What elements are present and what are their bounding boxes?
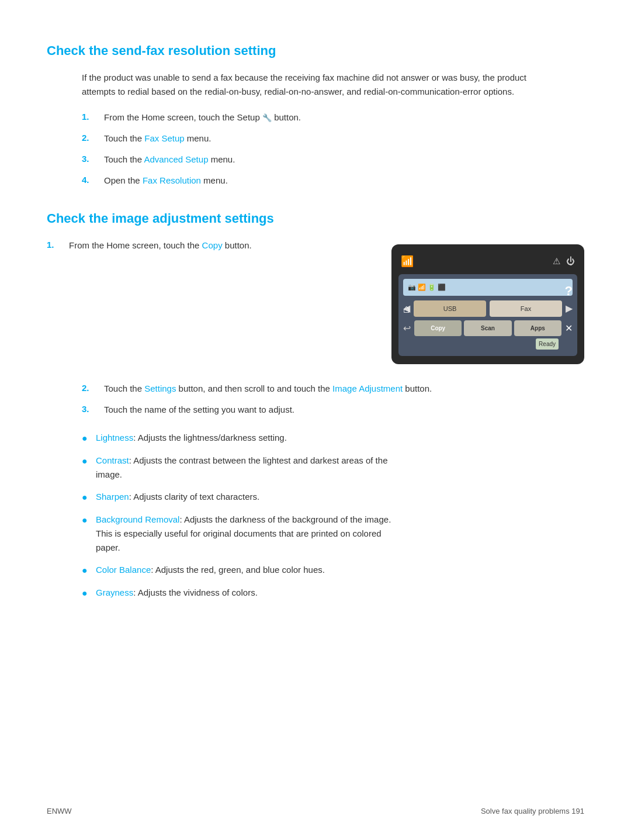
fax-button[interactable]: Fax: [490, 300, 562, 317]
screen-status-icons: ⚠ ⏻: [553, 255, 575, 268]
home-icon[interactable]: ⌂: [403, 300, 410, 317]
scan-button[interactable]: Scan: [464, 320, 511, 336]
contrast-link[interactable]: Contrast: [96, 455, 129, 465]
step3-text: Touch the name of the setting you want t…: [104, 403, 294, 417]
section2-lower-steps: 2. Touch the Settings button, and then s…: [82, 382, 584, 417]
footer-enww: ENWW: [47, 806, 72, 817]
section2-step1: 1. From the Home screen, touch the Copy …: [47, 238, 368, 253]
display-icon3: 🔋: [428, 282, 436, 292]
apps-button[interactable]: Apps: [514, 320, 561, 336]
ready-row: Ready: [403, 338, 573, 350]
color-balance-text: Color Balance: Adjusts the red, green, a…: [96, 563, 325, 577]
help-button[interactable]: ?: [565, 281, 573, 300]
bullet-lightness: ● Lightness: Adjusts the lightness/darkn…: [82, 431, 584, 445]
fax-setup-link[interactable]: Fax Setup: [144, 133, 184, 143]
bullet-list: ● Lightness: Adjusts the lightness/darkn…: [82, 431, 584, 600]
step2-num: 2.: [82, 132, 104, 145]
usb-button[interactable]: USB: [414, 300, 486, 317]
section2-step1-num: 1.: [47, 238, 69, 252]
section2-step3: 3. Touch the name of the setting you wan…: [82, 403, 584, 417]
power-icon: ⏻: [566, 255, 575, 268]
step1-with-image: 1. From the Home screen, touch the Copy …: [47, 238, 584, 364]
lightness-text: Lightness: Adjusts the lightness/darknes…: [96, 431, 287, 445]
bullet-dot-2: ●: [82, 454, 96, 468]
fax-resolution-link[interactable]: Fax Resolution: [143, 175, 201, 185]
step-2: 2. Touch the Fax Setup menu.: [82, 132, 584, 146]
background-removal-text: Background Removal: Adjusts the darkness…: [96, 513, 400, 555]
grayness-text: Grayness: Adjusts the vividness of color…: [96, 586, 258, 600]
background-removal-link[interactable]: Background Removal: [96, 514, 179, 524]
wifi-icon: 📶: [401, 254, 414, 269]
bullet-background-removal: ● Background Removal: Adjusts the darkne…: [82, 513, 584, 555]
warning-icon: ⚠: [553, 255, 560, 268]
step3-num: 3.: [82, 153, 104, 166]
printer-screen: 📶 ⚠ ⏻ 📷 📶 🔋 ⬛ ◀: [391, 244, 584, 364]
setup-icon: 🔧: [262, 113, 272, 122]
step3-text: Touch the Advanced Setup menu.: [104, 153, 235, 167]
section2-step2: 2. Touch the Settings button, and then s…: [82, 382, 584, 396]
step2-text: Touch the Fax Setup menu.: [104, 132, 211, 146]
image-adjustment-link[interactable]: Image Adjustment: [332, 383, 403, 393]
screen-body: 📷 📶 🔋 ⬛ ◀ USB Fax ▶: [398, 274, 577, 356]
step-1: 1. From the Home screen, touch the Setup…: [82, 110, 584, 125]
screen-bottom-row: ↩ Copy Scan Apps ✕: [403, 320, 573, 336]
display-icons: 📷 📶 🔋 ⬛: [408, 282, 446, 292]
sharpen-text: Sharpen: Adjusts clarity of text charact…: [96, 490, 259, 504]
bullet-dot-1: ●: [82, 431, 96, 445]
sharpen-link[interactable]: Sharpen: [96, 492, 129, 502]
x-button[interactable]: ✕: [565, 322, 573, 336]
contrast-text: Contrast: Adjusts the contrast between t…: [96, 454, 400, 482]
step2-text: Touch the Settings button, and then scro…: [104, 382, 432, 396]
step-3: 3. Touch the Advanced Setup menu.: [82, 153, 584, 167]
copy-button[interactable]: Copy: [414, 320, 462, 336]
bullet-contrast: ● Contrast: Adjusts the contrast between…: [82, 454, 584, 482]
step4-text: Open the Fax Resolution menu.: [104, 174, 228, 188]
step3-num-label: 3.: [82, 403, 104, 416]
bullet-grayness: ● Grayness: Adjusts the vividness of col…: [82, 586, 584, 600]
display-icon1: 📷: [408, 282, 416, 292]
screen-nav-row: ◀ USB Fax ▶: [403, 300, 573, 317]
footer-page-info: Solve fax quality problems 191: [481, 806, 584, 817]
display-icon2: 📶: [418, 282, 426, 292]
section1: Check the send-fax resolution setting If…: [47, 41, 584, 188]
grayness-link[interactable]: Grayness: [96, 587, 133, 597]
settings-link[interactable]: Settings: [144, 383, 176, 393]
step1-text: From the Home screen, touch the Setup 🔧 …: [104, 110, 301, 125]
section1-steps: 1. From the Home screen, touch the Setup…: [82, 110, 584, 188]
right-arrow-icon[interactable]: ▶: [566, 302, 573, 316]
color-balance-link[interactable]: Color Balance: [96, 565, 151, 575]
step-4: 4. Open the Fax Resolution menu.: [82, 174, 584, 188]
bullet-color-balance: ● Color Balance: Adjusts the red, green,…: [82, 563, 584, 578]
section1-title: Check the send-fax resolution setting: [47, 41, 584, 60]
bullet-dot-6: ●: [82, 586, 96, 600]
lightness-link[interactable]: Lightness: [96, 433, 133, 443]
ready-label: Ready: [536, 338, 559, 350]
section2-title: Check the image adjustment settings: [47, 209, 584, 228]
section1-intro: If the product was unable to send a fax …: [82, 71, 538, 99]
advanced-setup-link[interactable]: Advanced Setup: [144, 154, 208, 164]
screen-top-bar: 📶 ⚠ ⏻: [398, 253, 577, 274]
back-icon[interactable]: ↩: [403, 322, 411, 336]
step1-num: 1.: [82, 110, 104, 124]
step1-content: 1. From the Home screen, touch the Copy …: [47, 238, 368, 260]
page-footer: ENWW Solve fax quality problems 191: [47, 806, 584, 817]
section2: Check the image adjustment settings 1. F…: [47, 209, 584, 600]
bullet-sharpen: ● Sharpen: Adjusts clarity of text chara…: [82, 490, 584, 504]
copy-link[interactable]: Copy: [202, 240, 223, 250]
display-icon4: ⬛: [438, 282, 446, 292]
section2-step1-text: From the Home screen, touch the Copy but…: [69, 238, 252, 253]
bullet-dot-4: ●: [82, 513, 96, 527]
section2-step2-wrapper: 2. Touch the Settings button, and then s…: [47, 382, 584, 600]
screen-display-bar: 📷 📶 🔋 ⬛: [403, 279, 573, 296]
bullet-dot-5: ●: [82, 563, 96, 578]
step4-num: 4.: [82, 174, 104, 187]
step2-num-label: 2.: [82, 382, 104, 395]
bullet-dot-3: ●: [82, 490, 96, 504]
